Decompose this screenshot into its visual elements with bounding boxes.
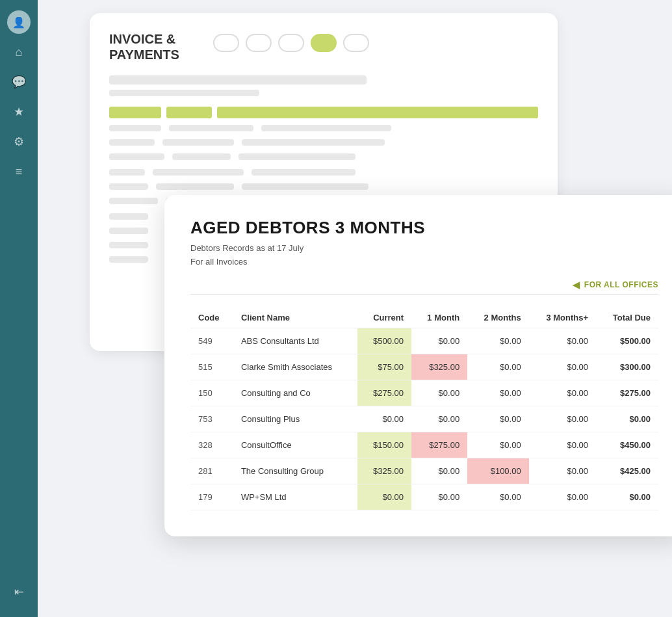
col-current: Current: [357, 308, 411, 328]
sidebar: 👤 ⌂ 💬 ★ ⚙ ≡ ⇥: [0, 0, 38, 617]
tab-1[interactable]: [213, 34, 239, 52]
tab-4[interactable]: [311, 34, 337, 52]
tab-5[interactable]: [343, 34, 369, 52]
avatar-icon[interactable]: 👤: [7, 10, 31, 34]
for-all-offices-label[interactable]: ◀ FOR ALL OFFICES: [190, 280, 658, 290]
logout-icon[interactable]: ⇥: [7, 581, 31, 604]
table-row: 328ConsultOffice$150.00$275.00$0.00$0.00…: [190, 432, 658, 458]
table-row: 179WP+SM Ltd$0.00$0.00$0.00$0.00$0.00: [190, 484, 658, 510]
col-code: Code: [190, 308, 233, 328]
divider: [190, 294, 658, 295]
col-1month: 1 Month: [411, 308, 467, 328]
tab-3[interactable]: [278, 34, 304, 52]
col-2months: 2 Months: [467, 308, 529, 328]
table-body: 549ABS Consultants Ltd$500.00$0.00$0.00$…: [190, 328, 658, 510]
table-row: 753Consulting Plus$0.00$0.00$0.00$0.00$0…: [190, 406, 658, 432]
main-area: INVOICE & PAYMENTS: [38, 0, 672, 617]
chat-icon[interactable]: 💬: [7, 70, 31, 94]
table-row: 150Consulting and Co$275.00$0.00$0.00$0.…: [190, 380, 658, 406]
table-row: 549ABS Consultants Ltd$500.00$0.00$0.00$…: [190, 328, 658, 354]
home-icon[interactable]: ⌂: [7, 40, 31, 64]
settings-icon[interactable]: ⚙: [7, 130, 31, 153]
chevron-left-icon: ◀: [573, 280, 580, 290]
card-header: INVOICE & PAYMENTS: [109, 31, 538, 62]
table-header: Code Client Name Current 1 Month 2 Month…: [190, 308, 658, 328]
col-total: Total Due: [596, 308, 658, 328]
table-row: 515Clarke Smith Associates$75.00$325.00$…: [190, 354, 658, 380]
menu-icon[interactable]: ≡: [7, 160, 31, 183]
report-subtitle: Debtors Records as at 17 July For all In…: [190, 242, 658, 269]
card-title: INVOICE & PAYMENTS: [109, 31, 194, 62]
tab-2[interactable]: [246, 34, 272, 52]
tab-pills: [213, 31, 369, 52]
report-title: AGED DEBTORS 3 MONTHS: [190, 218, 658, 238]
table-row: 281The Consulting Group$325.00$0.00$100.…: [190, 458, 658, 484]
star-icon[interactable]: ★: [7, 100, 31, 124]
debtors-table: Code Client Name Current 1 Month 2 Month…: [190, 308, 658, 510]
col-client: Client Name: [233, 308, 357, 328]
col-3months: 3 Months+: [529, 308, 596, 328]
aged-debtors-card: AGED DEBTORS 3 MONTHS Debtors Records as…: [164, 195, 672, 536]
